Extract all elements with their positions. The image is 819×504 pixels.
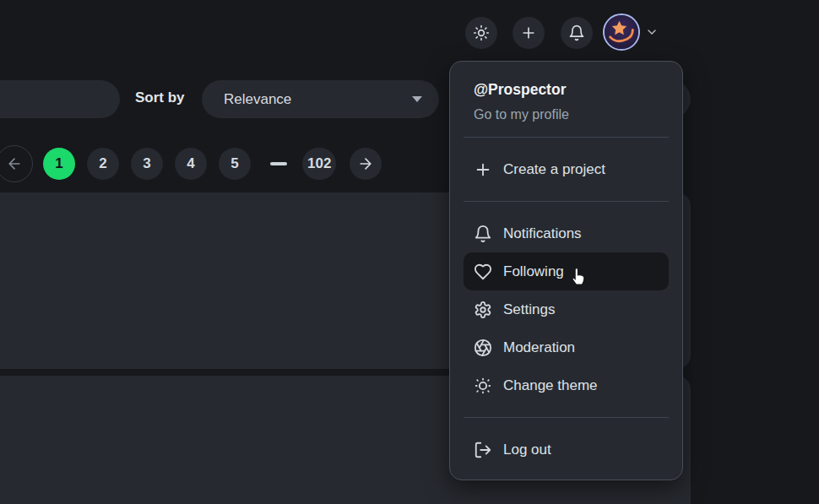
arrow-left-icon: [6, 155, 23, 172]
pagination-gap-dash: [270, 162, 287, 165]
bell-icon: [568, 24, 585, 41]
menu-item-label: Following: [503, 263, 564, 280]
next-page-button[interactable]: [350, 148, 382, 180]
theme-toggle-button[interactable]: [465, 17, 497, 49]
menu-profile-subtitle: Go to my profile: [474, 106, 669, 124]
menu-divider: [464, 201, 669, 202]
menu-item-label: Settings: [503, 301, 555, 318]
menu-item-notifications[interactable]: Notifications: [464, 214, 669, 252]
page-button-2[interactable]: 2: [87, 148, 119, 180]
page-button-3[interactable]: 3: [131, 148, 163, 180]
menu-item-label: Create a project: [503, 161, 605, 178]
logout-icon: [474, 441, 492, 459]
create-project-button[interactable]: [513, 17, 545, 49]
menu-divider: [464, 417, 669, 418]
user-menu-button[interactable]: [603, 13, 664, 51]
menu-divider: [464, 137, 669, 138]
chevron-down-icon: [645, 25, 659, 39]
sort-select-value: Relevance: [224, 91, 412, 108]
menu-username: @Prospector: [474, 80, 669, 100]
page-button-1[interactable]: 1: [43, 148, 75, 180]
menu-item-label: Change theme: [503, 377, 598, 394]
search-input[interactable]: [0, 80, 120, 118]
sun-icon: [473, 24, 490, 41]
heart-icon: [474, 263, 492, 281]
sun-icon: [474, 377, 492, 395]
menu-item-create-project[interactable]: Create a project: [464, 150, 669, 188]
page-button-5[interactable]: 5: [219, 148, 251, 180]
hand-cursor: [567, 265, 589, 288]
modrinth-search-page: Sort by Relevance 1 2 3 4 5 102 uid3 ine…: [0, 0, 819, 504]
sort-select[interactable]: Relevance: [202, 80, 439, 118]
user-avatar: [603, 14, 640, 51]
sort-by-label: Sort by: [135, 89, 185, 106]
gear-icon: [474, 301, 492, 319]
plus-icon: [474, 160, 492, 179]
bell-icon: [474, 225, 492, 243]
aperture-icon: [474, 339, 492, 357]
menu-item-settings[interactable]: Settings: [464, 290, 669, 328]
go-to-profile-link[interactable]: @Prospector Go to my profile: [464, 80, 669, 124]
menu-item-logout[interactable]: Log out: [464, 431, 669, 469]
menu-item-moderation[interactable]: Moderation: [464, 328, 669, 366]
menu-item-label: Log out: [503, 442, 551, 458]
notifications-button[interactable]: [561, 17, 593, 49]
chevron-down-icon: [412, 96, 422, 102]
plus-icon: [520, 24, 537, 41]
arrow-right-icon: [357, 155, 374, 172]
page-button-last[interactable]: 102: [302, 148, 336, 180]
prev-page-button[interactable]: [0, 145, 33, 182]
menu-item-label: Notifications: [503, 225, 582, 242]
page-button-4[interactable]: 4: [175, 148, 207, 180]
menu-item-label: Moderation: [503, 339, 575, 356]
menu-item-change-theme[interactable]: Change theme: [464, 366, 669, 404]
